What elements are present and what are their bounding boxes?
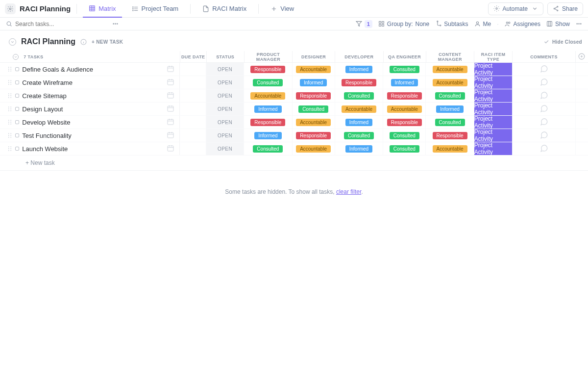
role-cell[interactable]: Informed [293,76,335,89]
role-cell[interactable]: Accountable [426,63,474,76]
select-all-toggle[interactable] [13,54,19,60]
task-status-dot[interactable] [15,133,19,137]
task-name[interactable]: Develop Website [22,119,70,126]
inline-date-icon[interactable] [167,91,174,101]
role-cell[interactable]: Accountable [426,142,474,155]
role-cell[interactable]: Accountable [383,103,426,115]
status-cell[interactable]: OPEN [206,76,244,89]
new-task-row[interactable]: + New task [0,156,588,171]
me-button[interactable]: Me [474,21,491,27]
role-cell[interactable]: Consulted [293,103,335,115]
due-date-cell[interactable] [179,63,206,76]
due-date-cell[interactable] [179,89,206,102]
col-type[interactable]: RACI Item Type [474,51,513,62]
task-name[interactable]: Create Wireframe [22,79,73,86]
automate-button[interactable]: Automate [488,2,543,15]
role-cell[interactable]: Consulted [335,89,384,102]
new-task-button[interactable]: + New Task [92,39,123,45]
collapse-toggle[interactable] [9,38,16,46]
task-status-dot[interactable] [15,147,19,151]
subtasks-button[interactable]: Subtasks [435,21,468,27]
role-cell[interactable]: Responsible [293,89,335,102]
comments-cell[interactable] [513,63,576,76]
role-cell[interactable]: Accountable [293,116,335,129]
info-icon[interactable] [80,39,87,45]
role-cell[interactable]: Responsible [383,89,426,102]
group-by-button[interactable]: Group by: None [378,21,429,27]
role-cell[interactable]: Informed [335,116,384,129]
due-date-cell[interactable] [179,76,206,89]
col-due[interactable]: Due Date [180,51,207,62]
comments-cell[interactable] [513,142,576,155]
type-cell[interactable]: Project Activity [474,116,513,129]
due-date-cell[interactable] [179,142,206,155]
role-cell[interactable]: Responsible [293,129,335,142]
task-status-dot[interactable] [15,120,19,124]
role-cell[interactable]: Informed [335,63,384,76]
tab-matrix[interactable]: Matrix [83,0,122,18]
col-content[interactable]: Content Manager [426,51,474,62]
due-date-cell[interactable] [179,103,206,115]
inline-date-icon[interactable] [167,144,174,154]
col-comments[interactable]: Comments [513,51,576,62]
more-button[interactable] [576,21,582,27]
role-cell[interactable]: Consulted [383,142,426,155]
task-name[interactable]: Create Sitemap [22,92,66,100]
role-cell[interactable]: Consulted [426,89,474,102]
due-date-cell[interactable] [179,129,206,142]
tab-raci-matrix[interactable]: RACI Matrix [196,0,252,18]
role-cell[interactable]: Consulted [383,63,426,76]
task-name[interactable]: Test Functionality [22,132,71,139]
drag-handle-icon[interactable] [7,146,12,152]
col-qa[interactable]: QA Engineer [384,51,426,62]
inline-date-icon[interactable] [167,131,174,140]
type-cell[interactable]: Project Activity [474,129,513,142]
status-cell[interactable]: OPEN [206,142,244,155]
role-cell[interactable]: Informed [383,76,426,89]
task-name[interactable]: Design Layout [22,105,63,113]
drag-handle-icon[interactable] [7,119,12,125]
status-cell[interactable]: OPEN [206,129,244,142]
task-status-dot[interactable] [15,80,19,84]
task-name[interactable]: Launch Website [22,145,68,153]
inline-date-icon[interactable] [167,65,174,74]
search-more-button[interactable] [112,21,119,27]
inline-date-icon[interactable] [167,104,174,114]
role-cell[interactable]: Consulted [244,142,293,155]
filter-button[interactable]: 1 [356,20,372,28]
task-name[interactable]: Define Goals & Audience [22,66,93,73]
type-cell[interactable]: Project Activity [474,103,513,115]
role-cell[interactable]: Responsible [244,116,293,129]
status-cell[interactable]: OPEN [206,116,244,129]
inline-date-icon[interactable] [167,118,174,127]
role-cell[interactable]: Accountable [293,142,335,155]
role-cell[interactable]: Informed [335,142,384,155]
comments-cell[interactable] [513,89,576,102]
role-cell[interactable]: Consulted [383,129,426,142]
col-pm[interactable]: Product Manager [245,51,293,62]
type-cell[interactable]: Project Activity [474,76,513,89]
type-cell[interactable]: Project Activity [474,63,513,76]
role-cell[interactable]: Consulted [426,116,474,129]
task-status-dot[interactable] [15,67,19,71]
role-cell[interactable]: Consulted [335,129,384,142]
col-designer[interactable]: Designer [293,51,335,62]
role-cell[interactable]: Informed [426,103,474,115]
role-cell[interactable]: Accountable [244,89,293,102]
drag-handle-icon[interactable] [7,93,12,99]
show-button[interactable]: Show [546,21,570,27]
status-cell[interactable]: OPEN [206,63,244,76]
type-cell[interactable]: Project Activity [474,89,513,102]
hide-closed-button[interactable]: Hide Closed [543,39,582,45]
assignees-button[interactable]: Assignees [505,21,540,27]
role-cell[interactable]: Informed [244,129,293,142]
task-status-dot[interactable] [15,94,19,98]
comments-cell[interactable] [513,129,576,142]
status-cell[interactable]: OPEN [206,103,244,115]
role-cell[interactable]: Consulted [244,76,293,89]
role-cell[interactable]: Responsible [426,129,474,142]
role-cell[interactable]: Responsible [244,63,293,76]
status-cell[interactable]: OPEN [206,89,244,102]
share-button[interactable]: Share [547,2,583,15]
drag-handle-icon[interactable] [7,79,12,85]
